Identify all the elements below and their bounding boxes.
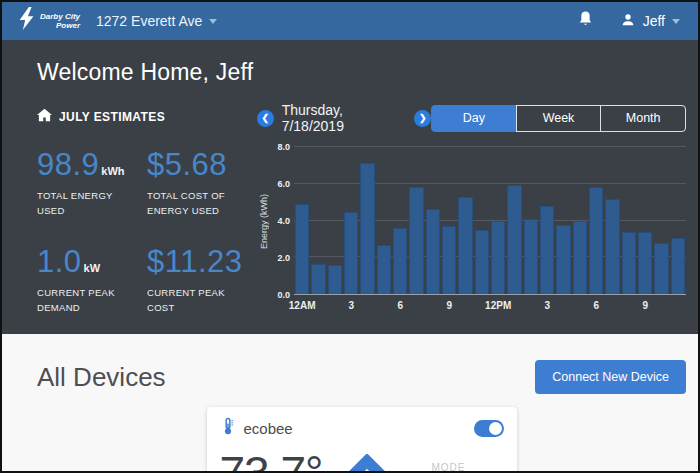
chart-bar [393,228,407,294]
monthly-estimates: JULY ESTIMATES 98.9kWh TOTAL ENERGY USED… [37,102,257,316]
welcome-heading: Welcome Home, Jeff [37,40,686,86]
tab-month[interactable]: Month [600,105,686,132]
connect-new-device-button[interactable]: Connect New Device [535,360,686,394]
chart-bar [638,232,652,294]
stat-peak-cost: $11.23 CURRENT PEAK COST [147,244,257,315]
x-tick-label: 12PM [485,300,511,311]
person-icon [620,12,636,31]
x-tick-label: 12AM [289,300,316,311]
temperature-up-button[interactable] [344,454,390,473]
date-navigator: ❮ Thursday, 7/18/2019 ❯ [257,102,431,134]
temperature-reading: 73.7° [220,450,323,473]
user-name: Jeff [643,13,665,29]
tab-week[interactable]: Week [516,105,602,132]
lightning-bolt-icon [16,6,38,36]
x-tick-label: 9 [446,300,452,311]
estimates-title: JULY ESTIMATES [59,110,165,124]
address-selector[interactable]: 1272 Everett Ave [96,13,217,29]
section-title: All Devices [37,362,166,393]
current-date-label: Thursday, 7/18/2019 [282,102,407,134]
address-label: 1272 Everett Ave [96,13,202,29]
thermometer-icon [220,417,236,440]
chart-bar [540,206,554,294]
brand-logo[interactable]: Darby City Power [16,6,80,36]
chart-bar [409,187,423,294]
tab-day[interactable]: Day [431,105,517,132]
y-axis-title: Energy (kWh) [257,147,270,295]
mode-display: MODE [432,462,466,473]
x-tick-label: 3 [544,300,550,311]
brand-name: Darby City Power [40,12,80,30]
chart-bar [507,185,521,294]
y-axis-ticks: 0.02.04.06.08.0 [270,147,294,295]
chart-bar [524,219,538,294]
chart-bar [589,187,603,294]
chart-bar [475,230,489,294]
all-devices-section: All Devices Connect New Device ecobee 73… [2,334,698,473]
chart-bar [328,265,342,294]
device-toggle[interactable] [474,420,504,437]
chart-bar [360,163,374,294]
chart-bar [311,264,325,294]
chart-bar [671,238,685,294]
chart-bar [622,232,636,294]
chart-bar [344,212,358,294]
notifications-button[interactable] [577,10,594,32]
bell-icon [577,10,594,32]
chart-bar [556,225,570,294]
chart-bar [295,204,309,294]
chart-plot [294,147,686,295]
chart-bar [377,245,391,294]
next-day-button[interactable]: ❯ [414,110,431,127]
x-tick-label: 3 [348,300,354,311]
stat-peak-demand: 1.0kW CURRENT PEAK DEMAND [37,244,147,315]
chevron-down-icon [672,19,680,24]
chevron-down-icon [209,19,217,24]
chart-bar [426,209,440,294]
device-name: ecobee [244,420,293,437]
range-toggle-group: Day Week Month [431,105,686,132]
mode-label: MODE [432,462,466,473]
chart-bar [491,221,505,294]
device-card-ecobee: ecobee 73.7° MODE [207,407,517,473]
dashboard-panel: Welcome Home, Jeff JULY ESTIMATES 98.9kW… [2,40,698,334]
chart-bar [654,243,668,294]
user-menu[interactable]: Jeff [620,12,680,31]
x-tick-label: 6 [593,300,599,311]
energy-bar-chart: Energy (kWh) 0.02.04.06.08.0 12AM36912PM… [257,147,686,315]
stat-total-cost: $5.68 TOTAL COST OF ENERGY USED [147,147,257,218]
energy-chart-section: ❮ Thursday, 7/18/2019 ❯ Day Week Month E… [257,102,686,316]
x-tick-label: 6 [397,300,403,311]
chart-bars [294,147,686,294]
home-icon [37,108,52,125]
stat-total-energy: 98.9kWh TOTAL ENERGY USED [37,147,147,218]
chart-bar [573,221,587,294]
chart-bar [605,199,619,294]
app-window: Darby City Power 1272 Everett Ave Jeff [0,0,700,473]
chart-bar [458,197,472,294]
top-navbar: Darby City Power 1272 Everett Ave Jeff [2,2,698,40]
x-axis-labels: 12AM36912PM369 [294,295,686,313]
prev-day-button[interactable]: ❮ [257,110,274,127]
x-tick-label: 9 [642,300,648,311]
chart-bar [442,226,456,294]
